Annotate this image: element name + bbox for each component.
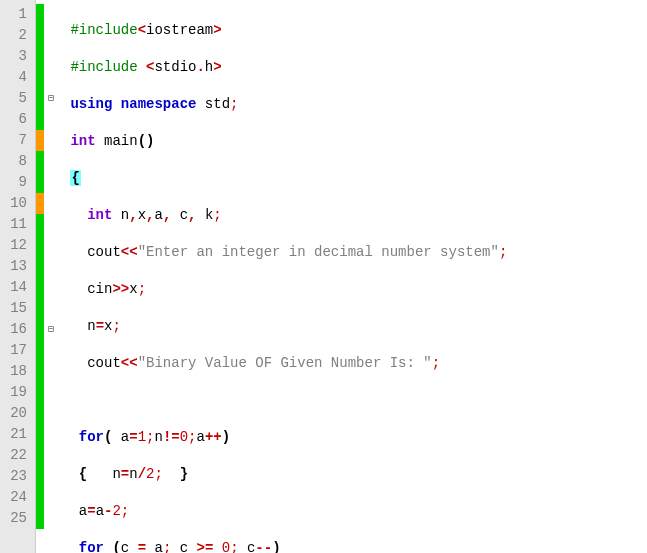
line-number: 11 — [4, 214, 27, 235]
fold-spacer — [44, 214, 58, 235]
fold-spacer — [44, 172, 58, 193]
line-number: 6 — [4, 109, 27, 130]
code-line: int n,x,a, c, k; — [62, 205, 647, 226]
change-marker — [36, 466, 44, 487]
code-line: { n=n/2; } — [62, 464, 647, 485]
change-marker — [36, 361, 44, 382]
code-line: n=x; — [62, 316, 647, 337]
fold-toggle-icon[interactable]: ⊟ — [44, 88, 58, 109]
line-number: 3 — [4, 46, 27, 67]
fold-spacer — [44, 382, 58, 403]
line-number: 19 — [4, 382, 27, 403]
fold-spacer — [44, 130, 58, 151]
line-number: 12 — [4, 235, 27, 256]
fold-spacer — [44, 487, 58, 508]
change-marker — [36, 214, 44, 235]
change-marker — [36, 4, 44, 25]
change-marker — [36, 298, 44, 319]
line-number: 18 — [4, 361, 27, 382]
change-marker — [36, 46, 44, 67]
change-marker — [36, 319, 44, 340]
line-number: 1 — [4, 4, 27, 25]
fold-spacer — [44, 403, 58, 424]
code-line: a=a-2; — [62, 501, 647, 522]
line-number: 4 — [4, 67, 27, 88]
change-marker — [36, 193, 44, 214]
code-line: using namespace std; — [62, 94, 647, 115]
fold-spacer — [44, 298, 58, 319]
code-editor[interactable]: #include<iostream> #include <stdio.h> us… — [58, 0, 647, 553]
line-number: 10 — [4, 193, 27, 214]
code-line: #include <stdio.h> — [62, 57, 647, 78]
fold-spacer — [44, 445, 58, 466]
fold-spacer — [44, 193, 58, 214]
change-marker — [36, 172, 44, 193]
fold-toggle-icon[interactable]: ⊟ — [44, 319, 58, 340]
code-line: cout<<"Enter an integer in decimal numbe… — [62, 242, 647, 263]
fold-spacer — [44, 151, 58, 172]
line-number-gutter: 1234567891011121314151617181920212223242… — [0, 0, 36, 553]
code-line: for (c = a; c >= 0; c--) — [62, 538, 647, 553]
line-number: 5 — [4, 88, 27, 109]
fold-spacer — [44, 277, 58, 298]
line-number: 7 — [4, 130, 27, 151]
line-number: 20 — [4, 403, 27, 424]
fold-spacer — [44, 256, 58, 277]
line-number: 2 — [4, 25, 27, 46]
change-marker — [36, 382, 44, 403]
change-marker — [36, 25, 44, 46]
fold-column: ⊟⊟ — [44, 0, 58, 553]
fold-spacer — [44, 340, 58, 361]
line-number: 13 — [4, 256, 27, 277]
change-marker — [36, 277, 44, 298]
line-number: 8 — [4, 151, 27, 172]
fold-spacer — [44, 4, 58, 25]
change-marker — [36, 109, 44, 130]
change-marker — [36, 67, 44, 88]
code-line — [62, 390, 647, 411]
line-number: 9 — [4, 172, 27, 193]
fold-spacer — [44, 508, 58, 529]
change-marker — [36, 487, 44, 508]
fold-spacer — [44, 424, 58, 445]
code-line: #include<iostream> — [62, 20, 647, 41]
fold-spacer — [44, 235, 58, 256]
change-marker — [36, 508, 44, 529]
line-number: 21 — [4, 424, 27, 445]
change-marker — [36, 445, 44, 466]
code-line: cout<<"Binary Value OF Given Number Is: … — [62, 353, 647, 374]
fold-spacer — [44, 46, 58, 67]
code-line: cin>>x; — [62, 279, 647, 300]
fold-spacer — [44, 25, 58, 46]
code-line: { — [62, 168, 647, 189]
line-number: 15 — [4, 298, 27, 319]
change-marker — [36, 235, 44, 256]
fold-spacer — [44, 67, 58, 88]
line-number: 22 — [4, 445, 27, 466]
fold-spacer — [44, 361, 58, 382]
line-number: 23 — [4, 466, 27, 487]
change-marker — [36, 88, 44, 109]
change-marker — [36, 403, 44, 424]
change-marker — [36, 151, 44, 172]
change-marker — [36, 256, 44, 277]
change-marker — [36, 424, 44, 445]
code-line: int main() — [62, 131, 647, 152]
code-line: for( a=1;n!=0;a++) — [62, 427, 647, 448]
fold-spacer — [44, 109, 58, 130]
line-number: 17 — [4, 340, 27, 361]
line-number: 24 — [4, 487, 27, 508]
change-marker — [36, 340, 44, 361]
line-number: 16 — [4, 319, 27, 340]
change-markers — [36, 0, 44, 553]
fold-spacer — [44, 466, 58, 487]
change-marker — [36, 130, 44, 151]
line-number: 14 — [4, 277, 27, 298]
line-number: 25 — [4, 508, 27, 529]
